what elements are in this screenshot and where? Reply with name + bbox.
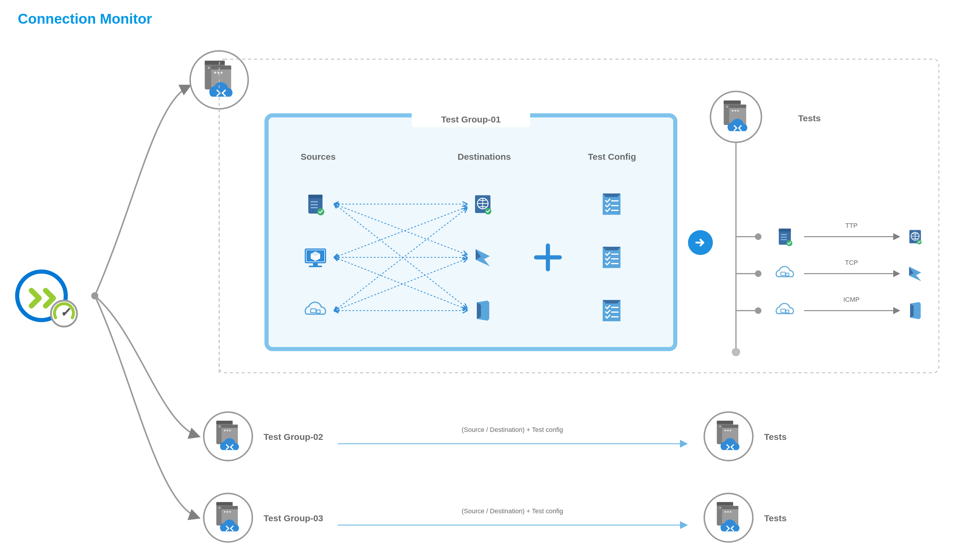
test-group-3-row: Test Group-03 (Source / Destination) + T… [204, 493, 786, 542]
arrow-right-circle-icon [688, 230, 713, 255]
sources-header: Sources [301, 152, 336, 162]
config-2-icon [603, 247, 621, 268]
test-group-1-title: Test Group-01 [441, 115, 500, 124]
test-2-dest-icon [909, 267, 921, 281]
test-2-protocol: TCP [845, 259, 858, 266]
test-1-source-icon [779, 229, 793, 247]
branch-to-group-2 [95, 296, 198, 436]
test-group-2-tests-icon [704, 412, 753, 461]
test-config-header: Test Config [588, 152, 636, 162]
test-group-3-caption: (Source / Destination) + Test config [462, 507, 563, 515]
test-group-1-panel: Test Group-01 Sources Destinations Test … [266, 111, 675, 349]
test-group-3-tests-label: Tests [764, 513, 786, 523]
svg-point-52 [755, 233, 761, 240]
svg-point-50 [732, 348, 740, 356]
branch-to-group-1 [95, 86, 189, 296]
test-group-3-label: Test Group-03 [264, 513, 323, 523]
source-server-icon [308, 195, 324, 215]
page-title: Connection Monitor [18, 11, 152, 27]
test-3-dest-icon [910, 302, 921, 319]
test-group-2-tests-label: Tests [764, 432, 786, 442]
test-group-2-row: Test Group-02 (Source / Destination) + T… [204, 412, 786, 461]
svg-point-55 [755, 270, 761, 277]
dest-office-icon [477, 300, 489, 321]
test-2-source-icon [776, 267, 793, 277]
config-1-icon [603, 193, 621, 215]
tests-header: Tests [798, 113, 821, 123]
branch-to-group-3 [95, 296, 198, 518]
test-group-2-label: Test Group-02 [264, 432, 323, 442]
svg-point-58 [755, 307, 761, 314]
test-1-protocol: TTP [845, 222, 858, 229]
test-group-2-caption: (Source / Destination) + Test config [462, 426, 563, 433]
tests-tree: Tests TTP TCP ICMP [711, 92, 922, 356]
test-1-dest-icon [910, 230, 922, 245]
test-3-source-icon [776, 303, 793, 313]
tests-root-server-icon [711, 92, 761, 142]
test-group-3-tests-icon [704, 493, 753, 542]
connection-monitor-root-icon [17, 272, 77, 327]
svg-point-32 [62, 312, 65, 315]
diagram-canvas: Connection Monitor Test Group-01 Sources… [0, 0, 972, 560]
dest-globe-icon [475, 195, 491, 215]
test-group-2-server-icon [204, 412, 252, 461]
test-group-3-server-icon [204, 493, 252, 542]
destinations-header: Destinations [458, 152, 511, 162]
test-3-protocol: ICMP [843, 296, 860, 303]
config-3-icon [603, 300, 621, 321]
